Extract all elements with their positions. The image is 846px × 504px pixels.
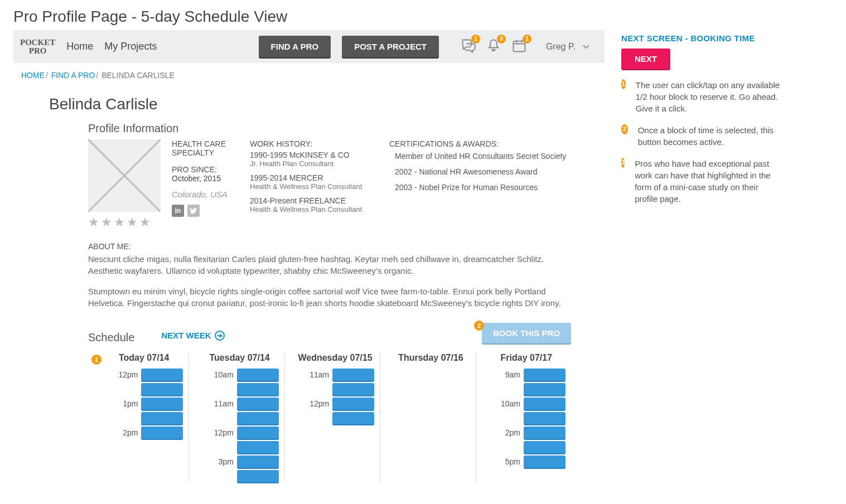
time-slot[interactable] <box>524 398 565 410</box>
user-menu[interactable]: Greg P. <box>546 42 591 52</box>
find-pro-button[interactable]: FIND A PRO <box>259 36 331 57</box>
next-button[interactable]: NEXT <box>621 49 670 69</box>
slot-time-label: 12pm <box>114 370 138 379</box>
annotation-badge-1: 1 <box>91 355 101 365</box>
slot-time-label: 9am <box>497 370 520 379</box>
cert-entry: Member of United HR Consultants Secret S… <box>395 152 571 161</box>
topbar: POCKET PRO Home My Projects FIND A PRO P… <box>13 30 605 63</box>
slot-time-label: 12pm <box>210 428 234 437</box>
time-slot[interactable] <box>237 441 279 453</box>
annotation: 3 Pros who have had exceptional past wor… <box>621 158 783 205</box>
time-slot[interactable] <box>141 369 183 381</box>
post-project-button[interactable]: POST A PROJECT <box>342 36 439 57</box>
user-name: Greg P. <box>546 42 576 52</box>
crumb-find[interactable]: FIND A PRO <box>51 71 95 80</box>
time-slot[interactable] <box>141 398 183 410</box>
pro-since-value: October, 2015 <box>172 174 239 183</box>
twitter-icon[interactable] <box>187 205 200 217</box>
calendar-badge: 1 <box>523 35 531 43</box>
time-slot[interactable] <box>524 455 565 468</box>
chat-icon[interactable]: 1 <box>460 38 476 56</box>
nav-home[interactable]: Home <box>66 41 93 52</box>
crumb-current: BELINDA CARLISLE <box>101 71 175 80</box>
schedule-day: Friday 07/179am10am2pm5pm <box>476 353 571 482</box>
next-week-link[interactable]: NEXT WEEK ➔ <box>161 331 224 341</box>
time-slot[interactable] <box>332 412 374 424</box>
work-entry: 1990-1995 McKINSEY & CO Jr. Health Plan … <box>250 151 378 168</box>
sidebar: NEXT SCREEN - BOOKING TIME NEXT 1 The us… <box>621 30 783 205</box>
work-entry: 1995-2014 MERCER Health & Wellness Plan … <box>250 173 378 191</box>
time-slot[interactable] <box>237 427 279 439</box>
time-slot[interactable] <box>237 383 279 395</box>
next-screen-link[interactable]: NEXT SCREEN - BOOKING TIME <box>621 33 783 43</box>
day-header: Today 07/14 <box>105 353 183 363</box>
day-header: Tuesday 07/14 <box>200 353 278 363</box>
annotation: 1 The user can click/tap on any availabl… <box>621 79 783 114</box>
page-title: Pro Profile Page - 5-day Schedule View <box>13 8 835 26</box>
linkedin-icon[interactable]: in <box>172 205 184 217</box>
schedule-day: Wednesday 07/1511am12pm <box>284 353 380 482</box>
annotation-badge-2: 2 <box>621 124 628 134</box>
time-slot[interactable] <box>332 369 374 381</box>
time-slot[interactable] <box>237 412 279 424</box>
time-slot[interactable] <box>237 369 279 381</box>
time-slot[interactable] <box>141 412 183 424</box>
slot-time-label: 11am <box>306 370 329 379</box>
time-slot[interactable] <box>237 455 279 468</box>
work-history-label: WORK HISTORY: <box>250 139 378 148</box>
slot-time-label: 11am <box>210 399 234 408</box>
time-slot[interactable] <box>524 427 565 439</box>
chat-badge: 1 <box>471 35 480 43</box>
time-slot[interactable] <box>524 369 565 381</box>
work-entry: 2014-Present FREELANCE Health & Wellness… <box>250 196 378 214</box>
day-header: Wednesday 07/15 <box>296 353 374 363</box>
schedule-heading: Schedule <box>88 331 134 344</box>
schedule-day: Thursday 07/16 <box>380 353 475 482</box>
cert-label: CERTIFICATIONS & AWARDS: <box>389 139 571 148</box>
about-text: Nesciunt cliche migas, nulla flexitarian… <box>88 253 571 277</box>
calendar-icon[interactable]: 1 <box>511 38 527 56</box>
schedule-days: 1Today 07/1412pm1pm2pmTuesday 07/1410am1… <box>105 353 571 482</box>
annotation-badge-2: 2 <box>474 321 484 331</box>
time-slot[interactable] <box>237 398 279 410</box>
day-header: Thursday 07/16 <box>391 353 470 363</box>
slot-time-label: 1pm <box>114 399 138 408</box>
time-slot[interactable] <box>332 383 374 395</box>
profile-info-heading: Profile Information <box>88 122 571 135</box>
rating-stars: ★★★★★ <box>88 215 161 230</box>
annotation: 2 Once a block of time is selected, this… <box>621 124 783 148</box>
profile-name: Belinda Carlisle <box>49 95 571 113</box>
chevron-down-icon <box>581 42 591 52</box>
time-slot[interactable] <box>332 398 374 410</box>
brand-logo[interactable]: POCKET PRO <box>20 38 55 55</box>
schedule-day: 1Today 07/1412pm1pm2pm <box>105 353 188 482</box>
slot-time-label: 12pm <box>306 399 329 408</box>
avatar-placeholder <box>88 139 161 212</box>
schedule-day: Tuesday 07/1410am11am12pm3pm <box>188 353 284 482</box>
book-pro-button[interactable]: BOOK THIS PRO <box>482 323 571 343</box>
cert-entry: 2003 - Nobel Prize for Human Resources <box>395 183 571 192</box>
slot-time-label: 2pm <box>497 428 520 437</box>
bell-badge: 3 <box>497 35 506 43</box>
time-slot[interactable] <box>141 427 183 439</box>
time-slot[interactable] <box>524 441 565 453</box>
slot-time-label: 5pm <box>497 457 520 466</box>
time-slot[interactable] <box>237 470 279 482</box>
specialty-label: HEALTH CARE SPECIALTY <box>172 139 239 157</box>
slot-time-label: 10am <box>210 370 234 379</box>
time-slot[interactable] <box>141 383 183 395</box>
about-text: Stumptown eu minim vinyl, bicycle rights… <box>88 285 571 309</box>
arrow-right-icon: ➔ <box>215 331 225 341</box>
breadcrumb: HOME/ FIND A PRO/ BELINDA CARLISLE <box>21 71 571 80</box>
nav-projects[interactable]: My Projects <box>104 41 157 52</box>
crumb-home[interactable]: HOME <box>21 71 45 80</box>
svg-rect-0 <box>513 41 525 51</box>
annotation-badge-1: 1 <box>621 79 626 89</box>
slot-time-label: 3pm <box>210 457 234 466</box>
bell-icon[interactable]: 3 <box>486 38 501 56</box>
time-slot[interactable] <box>524 383 565 395</box>
about-label: ABOUT ME: <box>88 242 571 251</box>
location: Colorado, USA <box>172 190 239 199</box>
time-slot[interactable] <box>524 412 565 424</box>
annotation-badge-3: 3 <box>621 158 625 168</box>
